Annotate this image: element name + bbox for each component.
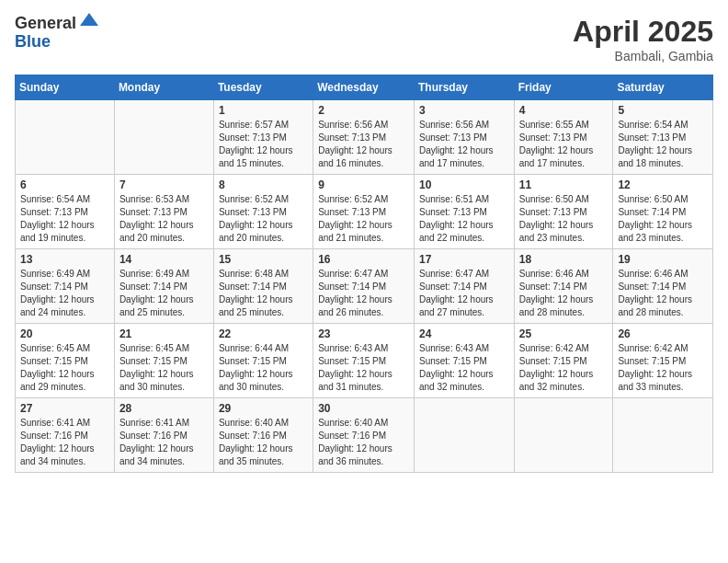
day-number: 2	[318, 104, 409, 117]
day-number: 28	[119, 402, 209, 415]
empty-cell	[16, 100, 115, 175]
day-info: Sunrise: 6:54 AM Sunset: 7:13 PM Dayligh…	[618, 119, 708, 170]
day-info: Sunrise: 6:50 AM Sunset: 7:13 PM Dayligh…	[519, 193, 609, 245]
day-info: Sunrise: 6:55 AM Sunset: 7:13 PM Dayligh…	[519, 119, 609, 170]
calendar-day-cell: 18Sunrise: 6:46 AM Sunset: 7:14 PM Dayli…	[514, 249, 613, 324]
day-info: Sunrise: 6:40 AM Sunset: 7:16 PM Dayligh…	[219, 417, 308, 468]
calendar-day-cell: 27Sunrise: 6:41 AM Sunset: 7:16 PM Dayli…	[16, 398, 115, 473]
calendar-day-cell: 8Sunrise: 6:52 AM Sunset: 7:13 PM Daylig…	[213, 175, 313, 249]
day-number: 10	[419, 178, 509, 191]
empty-cell	[514, 398, 613, 473]
day-info: Sunrise: 6:42 AM Sunset: 7:15 PM Dayligh…	[519, 342, 609, 394]
day-info: Sunrise: 6:57 AM Sunset: 7:13 PM Dayligh…	[219, 119, 308, 170]
day-info: Sunrise: 6:51 AM Sunset: 7:13 PM Dayligh…	[419, 193, 509, 245]
weekday-header-wednesday: Wednesday	[313, 75, 415, 100]
day-number: 16	[318, 253, 409, 266]
day-number: 21	[119, 327, 209, 340]
calendar-day-cell: 1Sunrise: 6:57 AM Sunset: 7:13 PM Daylig…	[213, 100, 313, 175]
svg-marker-0	[80, 13, 98, 26]
day-number: 9	[318, 178, 409, 191]
calendar-day-cell: 7Sunrise: 6:53 AM Sunset: 7:13 PM Daylig…	[114, 175, 213, 249]
calendar-week-row: 6Sunrise: 6:54 AM Sunset: 7:13 PM Daylig…	[16, 175, 713, 249]
weekday-header-sunday: Sunday	[16, 75, 115, 100]
logo: General Blue	[15, 15, 100, 52]
day-info: Sunrise: 6:43 AM Sunset: 7:15 PM Dayligh…	[318, 342, 409, 394]
calendar-day-cell: 19Sunrise: 6:46 AM Sunset: 7:14 PM Dayli…	[613, 249, 713, 324]
day-number: 22	[219, 327, 308, 340]
calendar-day-cell: 3Sunrise: 6:56 AM Sunset: 7:13 PM Daylig…	[414, 100, 514, 175]
calendar-day-cell: 5Sunrise: 6:54 AM Sunset: 7:13 PM Daylig…	[613, 100, 713, 175]
day-info: Sunrise: 6:40 AM Sunset: 7:16 PM Dayligh…	[318, 417, 409, 468]
calendar-week-row: 13Sunrise: 6:49 AM Sunset: 7:14 PM Dayli…	[16, 249, 713, 324]
logo-icon	[78, 9, 100, 31]
day-info: Sunrise: 6:54 AM Sunset: 7:13 PM Dayligh…	[20, 193, 109, 245]
calendar-week-row: 1Sunrise: 6:57 AM Sunset: 7:13 PM Daylig…	[16, 100, 713, 175]
day-number: 14	[119, 253, 209, 266]
calendar-week-row: 27Sunrise: 6:41 AM Sunset: 7:16 PM Dayli…	[16, 398, 713, 473]
calendar-day-cell: 24Sunrise: 6:43 AM Sunset: 7:15 PM Dayli…	[414, 324, 514, 398]
calendar-day-cell: 14Sunrise: 6:49 AM Sunset: 7:14 PM Dayli…	[114, 249, 213, 324]
day-info: Sunrise: 6:45 AM Sunset: 7:15 PM Dayligh…	[20, 342, 109, 394]
calendar-day-cell: 16Sunrise: 6:47 AM Sunset: 7:14 PM Dayli…	[313, 249, 415, 324]
day-number: 3	[419, 104, 509, 117]
calendar-day-cell: 29Sunrise: 6:40 AM Sunset: 7:16 PM Dayli…	[213, 398, 313, 473]
calendar-day-cell: 22Sunrise: 6:44 AM Sunset: 7:15 PM Dayli…	[213, 324, 313, 398]
title-block: April 2025 Bambali, Gambia	[573, 15, 713, 63]
calendar-table: SundayMondayTuesdayWednesdayThursdayFrid…	[15, 75, 713, 473]
calendar-day-cell: 13Sunrise: 6:49 AM Sunset: 7:14 PM Dayli…	[16, 249, 115, 324]
day-info: Sunrise: 6:47 AM Sunset: 7:14 PM Dayligh…	[318, 268, 409, 319]
logo-blue-text: Blue	[15, 33, 100, 52]
day-number: 11	[519, 178, 609, 191]
day-number: 17	[419, 253, 509, 266]
day-info: Sunrise: 6:44 AM Sunset: 7:15 PM Dayligh…	[219, 342, 308, 394]
day-info: Sunrise: 6:50 AM Sunset: 7:14 PM Dayligh…	[618, 193, 708, 245]
calendar-day-cell: 23Sunrise: 6:43 AM Sunset: 7:15 PM Dayli…	[313, 324, 415, 398]
day-info: Sunrise: 6:56 AM Sunset: 7:13 PM Dayligh…	[419, 119, 509, 170]
weekday-header-monday: Monday	[114, 75, 213, 100]
weekday-header-friday: Friday	[514, 75, 613, 100]
day-info: Sunrise: 6:52 AM Sunset: 7:13 PM Dayligh…	[318, 193, 409, 245]
day-info: Sunrise: 6:41 AM Sunset: 7:16 PM Dayligh…	[119, 417, 209, 468]
day-number: 19	[618, 253, 708, 266]
weekday-header-row: SundayMondayTuesdayWednesdayThursdayFrid…	[16, 75, 713, 100]
day-info: Sunrise: 6:46 AM Sunset: 7:14 PM Dayligh…	[618, 268, 708, 319]
calendar-week-row: 20Sunrise: 6:45 AM Sunset: 7:15 PM Dayli…	[16, 324, 713, 398]
weekday-header-saturday: Saturday	[613, 75, 713, 100]
day-number: 30	[318, 402, 409, 415]
day-info: Sunrise: 6:43 AM Sunset: 7:15 PM Dayligh…	[419, 342, 509, 394]
calendar-day-cell: 20Sunrise: 6:45 AM Sunset: 7:15 PM Dayli…	[16, 324, 115, 398]
day-number: 25	[519, 327, 609, 340]
day-number: 26	[618, 327, 708, 340]
day-number: 1	[219, 104, 308, 117]
calendar-day-cell: 6Sunrise: 6:54 AM Sunset: 7:13 PM Daylig…	[16, 175, 115, 249]
calendar-day-cell: 9Sunrise: 6:52 AM Sunset: 7:13 PM Daylig…	[313, 175, 415, 249]
calendar-day-cell: 25Sunrise: 6:42 AM Sunset: 7:15 PM Dayli…	[514, 324, 613, 398]
empty-cell	[414, 398, 514, 473]
page-header: General Blue April 2025 Bambali, Gambia	[15, 15, 713, 63]
day-number: 6	[20, 178, 109, 191]
calendar-day-cell: 26Sunrise: 6:42 AM Sunset: 7:15 PM Dayli…	[613, 324, 713, 398]
calendar-day-cell: 4Sunrise: 6:55 AM Sunset: 7:13 PM Daylig…	[514, 100, 613, 175]
day-number: 13	[20, 253, 109, 266]
weekday-header-thursday: Thursday	[414, 75, 514, 100]
day-info: Sunrise: 6:46 AM Sunset: 7:14 PM Dayligh…	[519, 268, 609, 319]
day-number: 18	[519, 253, 609, 266]
day-number: 8	[219, 178, 308, 191]
calendar-day-cell: 30Sunrise: 6:40 AM Sunset: 7:16 PM Dayli…	[313, 398, 415, 473]
logo-general-text: General	[15, 15, 76, 33]
day-info: Sunrise: 6:49 AM Sunset: 7:14 PM Dayligh…	[119, 268, 209, 319]
day-number: 29	[219, 402, 308, 415]
calendar-location: Bambali, Gambia	[573, 49, 713, 63]
day-number: 5	[618, 104, 708, 117]
empty-cell	[114, 100, 213, 175]
weekday-header-tuesday: Tuesday	[213, 75, 313, 100]
day-info: Sunrise: 6:49 AM Sunset: 7:14 PM Dayligh…	[20, 268, 109, 319]
calendar-day-cell: 2Sunrise: 6:56 AM Sunset: 7:13 PM Daylig…	[313, 100, 415, 175]
day-info: Sunrise: 6:42 AM Sunset: 7:15 PM Dayligh…	[618, 342, 708, 394]
day-number: 15	[219, 253, 308, 266]
day-number: 20	[20, 327, 109, 340]
calendar-day-cell: 21Sunrise: 6:45 AM Sunset: 7:15 PM Dayli…	[114, 324, 213, 398]
calendar-title: April 2025	[573, 15, 713, 49]
day-number: 7	[119, 178, 209, 191]
day-info: Sunrise: 6:47 AM Sunset: 7:14 PM Dayligh…	[419, 268, 509, 319]
